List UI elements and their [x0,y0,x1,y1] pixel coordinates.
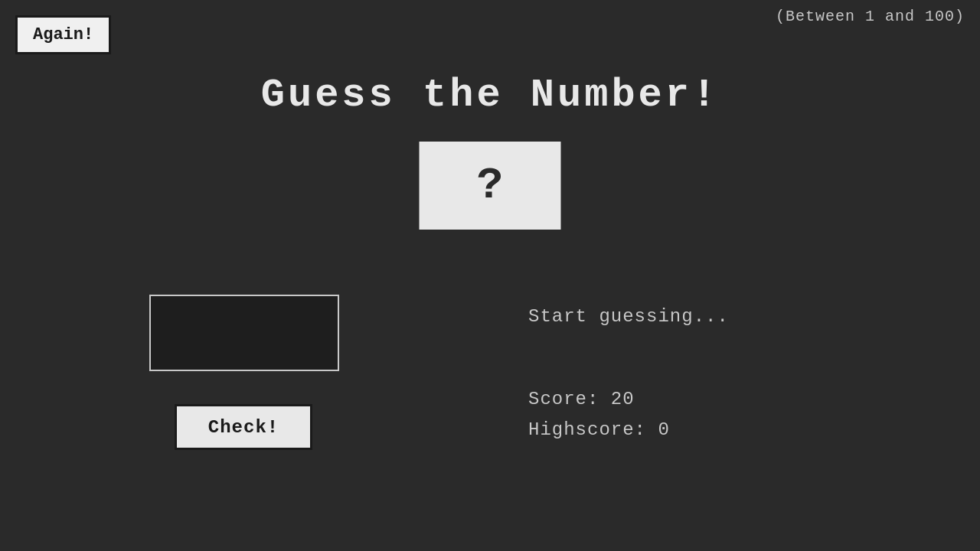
guess-input[interactable] [149,295,339,371]
page-title: Guess the Number! [261,73,720,118]
score-display: Score: 20 [528,389,635,409]
status-message: Start guessing... [528,306,729,327]
mystery-symbol: ? [477,161,504,210]
mystery-box: ? [420,142,561,230]
check-button[interactable]: Check! [175,404,312,450]
range-hint: (Between 1 and 100) [776,8,965,25]
highscore-display: Highscore: 0 [528,419,670,440]
again-button[interactable]: Again! [15,15,111,54]
